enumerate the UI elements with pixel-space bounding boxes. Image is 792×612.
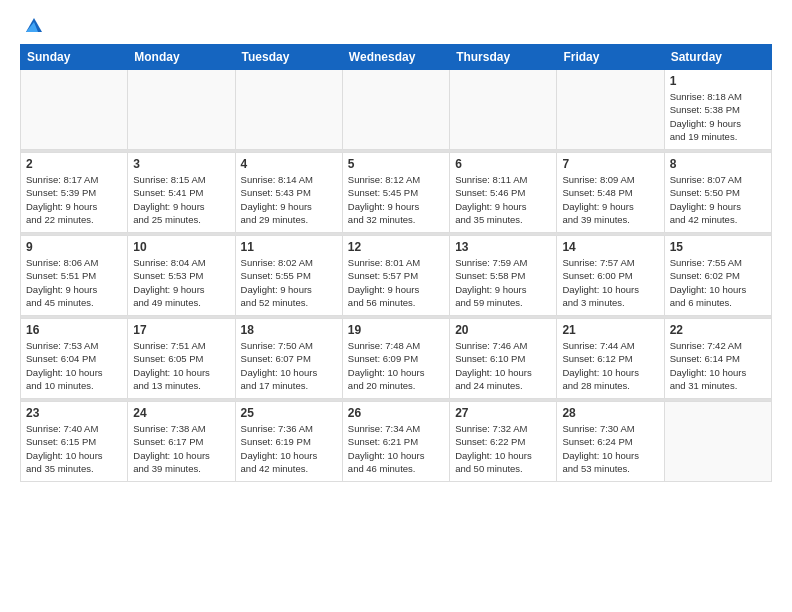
day-number: 18 — [241, 323, 337, 337]
day-cell — [342, 70, 449, 150]
day-cell: 4Sunrise: 8:14 AM Sunset: 5:43 PM Daylig… — [235, 153, 342, 233]
day-cell: 20Sunrise: 7:46 AM Sunset: 6:10 PM Dayli… — [450, 319, 557, 399]
day-cell: 19Sunrise: 7:48 AM Sunset: 6:09 PM Dayli… — [342, 319, 449, 399]
day-cell: 1Sunrise: 8:18 AM Sunset: 5:38 PM Daylig… — [664, 70, 771, 150]
day-info: Sunrise: 8:17 AM Sunset: 5:39 PM Dayligh… — [26, 173, 122, 226]
weekday-header-wednesday: Wednesday — [342, 45, 449, 70]
day-info: Sunrise: 8:11 AM Sunset: 5:46 PM Dayligh… — [455, 173, 551, 226]
day-cell: 2Sunrise: 8:17 AM Sunset: 5:39 PM Daylig… — [21, 153, 128, 233]
logo — [20, 16, 44, 36]
day-number: 12 — [348, 240, 444, 254]
day-number: 2 — [26, 157, 122, 171]
day-cell: 16Sunrise: 7:53 AM Sunset: 6:04 PM Dayli… — [21, 319, 128, 399]
day-cell: 3Sunrise: 8:15 AM Sunset: 5:41 PM Daylig… — [128, 153, 235, 233]
day-info: Sunrise: 7:48 AM Sunset: 6:09 PM Dayligh… — [348, 339, 444, 392]
day-number: 15 — [670, 240, 766, 254]
week-row-1: 1Sunrise: 8:18 AM Sunset: 5:38 PM Daylig… — [21, 70, 772, 150]
day-number: 9 — [26, 240, 122, 254]
day-info: Sunrise: 8:06 AM Sunset: 5:51 PM Dayligh… — [26, 256, 122, 309]
day-cell: 24Sunrise: 7:38 AM Sunset: 6:17 PM Dayli… — [128, 402, 235, 482]
day-info: Sunrise: 7:34 AM Sunset: 6:21 PM Dayligh… — [348, 422, 444, 475]
day-cell: 23Sunrise: 7:40 AM Sunset: 6:15 PM Dayli… — [21, 402, 128, 482]
day-info: Sunrise: 8:15 AM Sunset: 5:41 PM Dayligh… — [133, 173, 229, 226]
day-number: 23 — [26, 406, 122, 420]
day-info: Sunrise: 7:30 AM Sunset: 6:24 PM Dayligh… — [562, 422, 658, 475]
day-number: 7 — [562, 157, 658, 171]
day-number: 1 — [670, 74, 766, 88]
day-cell: 12Sunrise: 8:01 AM Sunset: 5:57 PM Dayli… — [342, 236, 449, 316]
day-cell — [21, 70, 128, 150]
day-number: 14 — [562, 240, 658, 254]
week-row-3: 9Sunrise: 8:06 AM Sunset: 5:51 PM Daylig… — [21, 236, 772, 316]
day-cell — [450, 70, 557, 150]
day-info: Sunrise: 8:02 AM Sunset: 5:55 PM Dayligh… — [241, 256, 337, 309]
day-info: Sunrise: 7:51 AM Sunset: 6:05 PM Dayligh… — [133, 339, 229, 392]
day-info: Sunrise: 8:09 AM Sunset: 5:48 PM Dayligh… — [562, 173, 658, 226]
day-cell: 7Sunrise: 8:09 AM Sunset: 5:48 PM Daylig… — [557, 153, 664, 233]
day-cell — [664, 402, 771, 482]
day-number: 28 — [562, 406, 658, 420]
weekday-header-monday: Monday — [128, 45, 235, 70]
day-number: 25 — [241, 406, 337, 420]
day-number: 13 — [455, 240, 551, 254]
weekday-header-row: SundayMondayTuesdayWednesdayThursdayFrid… — [21, 45, 772, 70]
day-number: 19 — [348, 323, 444, 337]
day-info: Sunrise: 8:04 AM Sunset: 5:53 PM Dayligh… — [133, 256, 229, 309]
day-cell: 11Sunrise: 8:02 AM Sunset: 5:55 PM Dayli… — [235, 236, 342, 316]
day-info: Sunrise: 7:46 AM Sunset: 6:10 PM Dayligh… — [455, 339, 551, 392]
day-number: 8 — [670, 157, 766, 171]
header — [20, 16, 772, 36]
day-cell: 6Sunrise: 8:11 AM Sunset: 5:46 PM Daylig… — [450, 153, 557, 233]
day-cell: 25Sunrise: 7:36 AM Sunset: 6:19 PM Dayli… — [235, 402, 342, 482]
page: SundayMondayTuesdayWednesdayThursdayFrid… — [0, 0, 792, 612]
day-cell: 9Sunrise: 8:06 AM Sunset: 5:51 PM Daylig… — [21, 236, 128, 316]
day-number: 10 — [133, 240, 229, 254]
weekday-header-friday: Friday — [557, 45, 664, 70]
day-number: 27 — [455, 406, 551, 420]
day-cell: 26Sunrise: 7:34 AM Sunset: 6:21 PM Dayli… — [342, 402, 449, 482]
day-info: Sunrise: 7:38 AM Sunset: 6:17 PM Dayligh… — [133, 422, 229, 475]
day-info: Sunrise: 8:18 AM Sunset: 5:38 PM Dayligh… — [670, 90, 766, 143]
day-cell: 18Sunrise: 7:50 AM Sunset: 6:07 PM Dayli… — [235, 319, 342, 399]
day-cell: 22Sunrise: 7:42 AM Sunset: 6:14 PM Dayli… — [664, 319, 771, 399]
day-info: Sunrise: 7:40 AM Sunset: 6:15 PM Dayligh… — [26, 422, 122, 475]
day-number: 3 — [133, 157, 229, 171]
day-info: Sunrise: 7:32 AM Sunset: 6:22 PM Dayligh… — [455, 422, 551, 475]
day-number: 26 — [348, 406, 444, 420]
calendar: SundayMondayTuesdayWednesdayThursdayFrid… — [20, 44, 772, 482]
weekday-header-sunday: Sunday — [21, 45, 128, 70]
day-info: Sunrise: 8:14 AM Sunset: 5:43 PM Dayligh… — [241, 173, 337, 226]
day-number: 5 — [348, 157, 444, 171]
day-number: 11 — [241, 240, 337, 254]
day-info: Sunrise: 7:55 AM Sunset: 6:02 PM Dayligh… — [670, 256, 766, 309]
day-number: 4 — [241, 157, 337, 171]
weekday-header-saturday: Saturday — [664, 45, 771, 70]
weekday-header-thursday: Thursday — [450, 45, 557, 70]
day-number: 16 — [26, 323, 122, 337]
week-row-5: 23Sunrise: 7:40 AM Sunset: 6:15 PM Dayli… — [21, 402, 772, 482]
day-cell — [235, 70, 342, 150]
day-info: Sunrise: 7:57 AM Sunset: 6:00 PM Dayligh… — [562, 256, 658, 309]
logo-icon — [22, 14, 44, 36]
day-cell: 8Sunrise: 8:07 AM Sunset: 5:50 PM Daylig… — [664, 153, 771, 233]
day-cell: 28Sunrise: 7:30 AM Sunset: 6:24 PM Dayli… — [557, 402, 664, 482]
day-info: Sunrise: 8:12 AM Sunset: 5:45 PM Dayligh… — [348, 173, 444, 226]
day-number: 21 — [562, 323, 658, 337]
day-info: Sunrise: 7:59 AM Sunset: 5:58 PM Dayligh… — [455, 256, 551, 309]
day-info: Sunrise: 8:01 AM Sunset: 5:57 PM Dayligh… — [348, 256, 444, 309]
week-row-4: 16Sunrise: 7:53 AM Sunset: 6:04 PM Dayli… — [21, 319, 772, 399]
day-number: 20 — [455, 323, 551, 337]
day-cell: 21Sunrise: 7:44 AM Sunset: 6:12 PM Dayli… — [557, 319, 664, 399]
day-info: Sunrise: 7:36 AM Sunset: 6:19 PM Dayligh… — [241, 422, 337, 475]
day-info: Sunrise: 7:53 AM Sunset: 6:04 PM Dayligh… — [26, 339, 122, 392]
week-row-2: 2Sunrise: 8:17 AM Sunset: 5:39 PM Daylig… — [21, 153, 772, 233]
day-number: 24 — [133, 406, 229, 420]
day-cell: 15Sunrise: 7:55 AM Sunset: 6:02 PM Dayli… — [664, 236, 771, 316]
day-info: Sunrise: 7:42 AM Sunset: 6:14 PM Dayligh… — [670, 339, 766, 392]
day-info: Sunrise: 7:44 AM Sunset: 6:12 PM Dayligh… — [562, 339, 658, 392]
day-cell: 13Sunrise: 7:59 AM Sunset: 5:58 PM Dayli… — [450, 236, 557, 316]
day-number: 17 — [133, 323, 229, 337]
day-cell: 14Sunrise: 7:57 AM Sunset: 6:00 PM Dayli… — [557, 236, 664, 316]
day-number: 22 — [670, 323, 766, 337]
day-number: 6 — [455, 157, 551, 171]
